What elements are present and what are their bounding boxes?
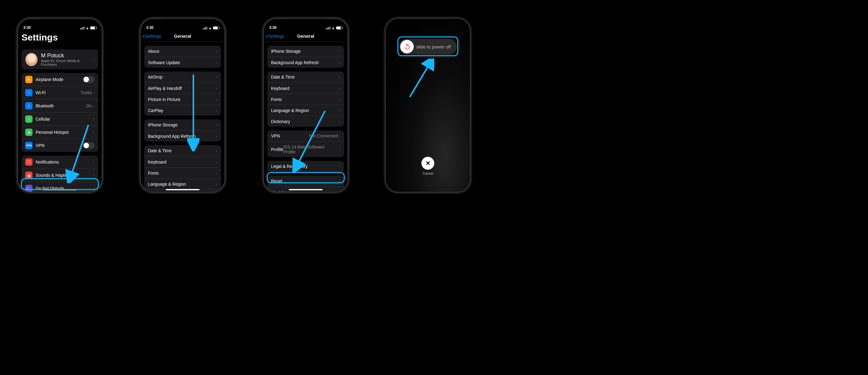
chevron-right-icon: › [216,160,217,164]
home-indicator[interactable] [166,189,199,190]
toggle-switch[interactable] [83,142,95,149]
toggle-switch[interactable] [83,76,95,83]
general-scroll[interactable]: iPhone Storage›Background App Refresh› D… [264,42,348,192]
row-personal-hotspot[interactable]: ⊚Personal Hotspot› [22,126,98,139]
chevron-right-icon: › [339,179,340,184]
chevron-right-icon: › [216,108,217,113]
row-label: Reset [271,179,339,184]
row-label: Legal & Regulatory [271,164,339,169]
chevron-right-icon: › [93,130,95,135]
chevron-right-icon: › [216,86,217,91]
row-dictionary[interactable]: Dictionary› [267,116,344,127]
chevron-right-icon: › [216,49,217,54]
row-language-region[interactable]: Language & Region› [144,178,221,189]
row-label: Background App Refresh [148,134,216,139]
row-airplay-handoff[interactable]: AirPlay & Handoff› [144,83,221,94]
row-about[interactable]: About› [144,46,221,57]
row-airplane-mode[interactable]: ✈︎Airplane Mode [22,73,98,86]
row-label: CarPlay [148,108,216,113]
back-button[interactable]: ‹ Settings [266,32,284,40]
chevron-right-icon: › [216,60,217,65]
row-sounds-haptics[interactable]: ◉Sounds & Haptics› [22,168,98,182]
row-fonts[interactable]: Fonts› [267,94,344,105]
power-icon [404,43,410,50]
row-label: Software Update [148,60,216,65]
row-label: Background App Refresh [271,60,339,65]
row-label: Profile [271,147,283,152]
row-background-app-refresh[interactable]: Background App Refresh› [267,57,344,68]
row-background-app-refresh[interactable]: Background App Refresh› [144,130,221,142]
row-label: Keyboard [148,160,216,164]
row-wi-fi[interactable]: ⌔Wi-FiTucks› [22,86,98,99]
row-date-time[interactable]: Date & Time› [144,145,221,156]
row-language-region[interactable]: Language & Region› [267,105,344,116]
chevron-right-icon: › [93,103,95,108]
row-vpn[interactable]: VPNNot Connected› [267,130,344,142]
chevron-right-icon: › [339,86,340,91]
row-label: Wi-Fi [36,90,81,95]
row-airdrop[interactable]: AirDrop› [144,71,221,83]
cellular-bars-icon [80,27,84,29]
row-label: VPN [271,133,309,138]
status-time: 3:30 [269,26,277,30]
nav-title: General [174,33,191,39]
chevron-right-icon: › [339,74,340,80]
row-cellular[interactable]: ⎍Cellular› [22,112,98,126]
nav-bar: ‹ Settings General [264,30,348,42]
row-label: Language & Region [271,108,339,113]
wifi-icon: ▲ [208,26,212,30]
moon-icon: ☾ [25,185,33,192]
row-label: Fonts [148,170,216,176]
cancel-button[interactable]: ✕ Cancel [422,157,434,175]
home-indicator[interactable] [43,189,77,190]
row-do-not-disturb[interactable]: ☾Do Not Disturb› [22,182,98,193]
chevron-right-icon: › [339,147,340,152]
row-vpn[interactable]: VPNVPN [22,139,98,152]
row-bluetooth[interactable]: ᚼBluetoothOn› [22,99,98,112]
row-label: Dictionary [271,119,339,124]
chevron-right-icon: › [93,160,95,164]
row-profile[interactable]: ProfileiOS 14 Beta Software Profile› [267,142,344,157]
battery-icon [90,26,96,29]
row-picture-in-picture[interactable]: Picture in Picture› [144,94,221,105]
avatar [25,53,38,66]
row-label: AirPlay & Handoff [148,86,216,91]
slide-to-power-off[interactable]: slide to power off [399,39,457,55]
home-indicator[interactable] [289,189,322,190]
row-reset[interactable]: Reset› [267,176,344,187]
row-fonts[interactable]: Fonts› [144,167,221,178]
wifi-icon: ▲ [86,26,89,30]
row-carplay[interactable]: CarPlay› [144,105,221,116]
row-keyboard[interactable]: Keyboard› [144,156,221,167]
row-date-time[interactable]: Date & Time› [267,71,344,83]
power-knob[interactable] [400,40,414,53]
airplane-icon: ✈︎ [25,76,33,83]
hotspot-icon: ⊚ [25,129,33,136]
apple-id-row[interactable]: M Potuck Apple ID, iCloud, Media & Purch… [22,50,98,69]
chevron-right-icon: › [93,90,95,95]
notch [164,19,202,26]
row-label: Keyboard [271,86,339,91]
cellular-bars-icon [203,27,207,29]
status-time: 3:30 [23,26,31,30]
row-label: Picture in Picture [148,97,216,102]
row-legal-regulatory[interactable]: Legal & Regulatory› [267,161,344,172]
row-label: Airplane Mode [36,77,83,82]
nav-title: General [297,33,314,39]
row-iphone-storage[interactable]: iPhone Storage› [144,119,221,130]
slide-label: slide to power off [414,44,456,50]
iphone-power-off: slide to power off ✕ Cancel [385,18,471,193]
back-button[interactable]: ‹ Settings [143,32,161,40]
notch [409,19,447,26]
chevron-right-icon: › [339,97,340,102]
chevron-right-icon: › [93,173,95,178]
row-label: Notifications [36,160,93,164]
settings-scroll[interactable]: M Potuck Apple ID, iCloud, Media & Purch… [18,46,102,193]
chevron-right-icon: › [339,133,340,138]
general-scroll[interactable]: About›Software Update› AirDrop›AirPlay &… [141,42,225,192]
row-notifications[interactable]: ☐Notifications› [22,156,98,168]
row-iphone-storage[interactable]: iPhone Storage› [267,46,344,57]
row-software-update[interactable]: Software Update› [144,57,221,68]
row-keyboard[interactable]: Keyboard› [267,83,344,94]
page-title: Settings [18,30,102,46]
